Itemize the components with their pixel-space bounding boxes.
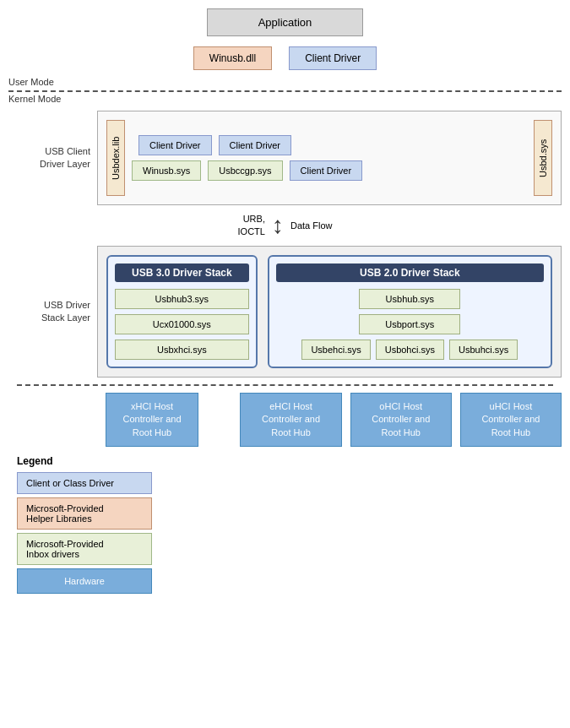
ucx01000-sys-label: Ucx01000.sys <box>153 319 211 329</box>
usbhub-sys-label: Usbhub.sys <box>386 294 434 304</box>
usbd-sys-box: Usbd.sys <box>534 120 552 196</box>
legend-section: Legend Client or Class Driver Microsoft-… <box>17 455 553 594</box>
xhci-host-ctrl-box: xHCI HostController andRoot Hub <box>106 393 198 447</box>
legend-hardware: Hardware <box>17 568 152 594</box>
user-kernel-divider <box>8 90 562 92</box>
winusb-sys-box: Winusb.sys <box>132 160 201 181</box>
usb30-stack: USB 3.0 Driver Stack Usbhub3.sys Ucx0100… <box>106 255 258 368</box>
legend-inbox-drivers: Microsoft-ProvidedInbox drivers <box>17 533 152 565</box>
ehci-host-ctrl-box: eHCI HostController andRoot Hub <box>240 393 341 447</box>
usbhub3-sys-label: Usbhub3.sys <box>155 294 209 304</box>
usbport-sys-box: Usbport.sys <box>359 314 460 334</box>
winusb-dll-box: Winusb.dll <box>193 46 272 70</box>
usbport-sys-label: Usbport.sys <box>385 319 434 329</box>
arrow-section: URB,IOCTL ↕ Data Flow <box>8 212 562 239</box>
client-driver-3-label: Client Driver <box>301 166 352 176</box>
usbd-sys-label: Usbd.sys <box>538 139 548 177</box>
client-driver-2-label: Client Driver <box>230 140 281 150</box>
client-driver-top-label: Client Driver <box>305 52 361 64</box>
usb30-stack-title: USB 3.0 Driver Stack <box>115 263 249 282</box>
winusb-dll-label: Winusb.dll <box>209 52 256 64</box>
usbuhci-sys-box: Usbuhci.sys <box>449 340 518 360</box>
usbohci-sys-label: Usbohci.sys <box>385 345 435 355</box>
client-driver-1-box: Client Driver <box>138 135 212 155</box>
legend-helper-libraries: Microsoft-ProvidedHelper Libraries <box>17 497 152 530</box>
ucx01000-sys-box: Ucx01000.sys <box>115 314 249 334</box>
usbdex-lib-label: Usbdex.lib <box>111 136 121 179</box>
usb20-stack: USB 2.0 Driver Stack Usbhub.sys Usbport.… <box>268 255 552 368</box>
usbohci-sys-box: Usbohci.sys <box>376 340 444 360</box>
usb-driver-stack-layer-label: USB DriverStack Layer <box>41 299 90 325</box>
usbuhci-sys-label: Usbuhci.sys <box>459 345 508 355</box>
ohci-host-ctrl-box: oHCI HostController andRoot Hub <box>350 393 452 447</box>
legend-title: Legend <box>17 455 553 467</box>
usbccgp-sys-label: Usbccgp.sys <box>219 166 271 176</box>
usbxhci-sys-box: Usbxhci.sys <box>115 340 249 360</box>
application-box: Application <box>207 8 364 36</box>
client-driver-1-label: Client Driver <box>149 140 201 150</box>
usb-client-driver-layer-label: USB ClientDriver Layer <box>40 145 90 171</box>
legend-client-driver: Client or Class Driver <box>17 472 152 494</box>
legend-items: Client or Class Driver Microsoft-Provide… <box>17 472 152 594</box>
hardware-divider <box>17 384 553 386</box>
usbhub3-sys-box: Usbhub3.sys <box>115 289 249 309</box>
usbccgp-sys-box: Usbccgp.sys <box>208 160 282 181</box>
usbdex-lib-box: Usbdex.lib <box>106 120 125 196</box>
winusb-sys-label: Winusb.sys <box>143 166 190 176</box>
usbxhci-sys-label: Usbxhci.sys <box>157 345 207 355</box>
client-driver-2-box: Client Driver <box>219 135 292 155</box>
client-driver-3-box: Client Driver <box>290 160 363 181</box>
usbehci-sys-box: Usbehci.sys <box>301 340 370 360</box>
uhci-host-ctrl-box: uHCI HostController andRoot Hub <box>460 393 562 447</box>
application-label: Application <box>258 16 312 29</box>
usbhub-sys-box: Usbhub.sys <box>359 289 460 309</box>
usb20-stack-title: USB 2.0 Driver Stack <box>276 263 544 282</box>
legend-client-label: Client or Class Driver <box>26 478 114 488</box>
usbehci-sys-label: Usbehci.sys <box>311 345 361 355</box>
bidirectional-arrow: ↕ <box>272 212 284 239</box>
dataflow-label: Data Flow <box>290 220 333 231</box>
client-driver-top-box: Client Driver <box>289 46 377 70</box>
user-mode-label: User Mode <box>8 77 562 87</box>
kernel-mode-label: Kernel Mode <box>8 94 562 104</box>
legend-hardware-label: Hardware <box>64 576 105 586</box>
urb-label: URB,IOCTL <box>238 213 265 239</box>
